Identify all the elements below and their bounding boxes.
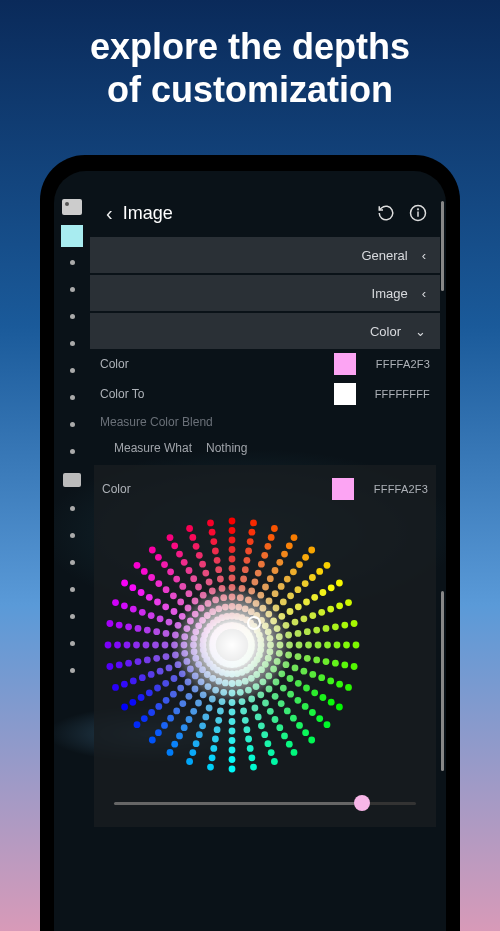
section-general[interactable]: General ‹	[90, 237, 440, 273]
svg-point-223	[278, 583, 285, 590]
svg-point-191	[295, 630, 302, 637]
slider-thumb[interactable]	[354, 795, 370, 811]
svg-point-422	[134, 721, 141, 728]
svg-point-307	[261, 731, 268, 738]
svg-point-278	[163, 697, 170, 704]
layer-dot[interactable]	[70, 506, 75, 511]
svg-point-299	[323, 625, 330, 632]
picker-swatch[interactable]	[332, 478, 354, 500]
svg-point-348	[176, 733, 183, 740]
property-color-to[interactable]: Color To FFFFFFFF	[90, 379, 440, 409]
svg-point-363	[229, 527, 236, 534]
svg-point-288	[186, 567, 193, 574]
svg-point-343	[265, 740, 272, 747]
svg-point-385	[155, 729, 162, 736]
svg-point-293	[261, 552, 268, 559]
svg-point-207	[171, 675, 178, 682]
svg-point-425	[107, 663, 114, 670]
svg-point-260	[295, 586, 302, 593]
svg-point-214	[177, 599, 184, 606]
layer-dot[interactable]	[70, 668, 75, 673]
layer-dot[interactable]	[70, 449, 75, 454]
svg-point-196	[280, 685, 287, 692]
property-label: Measure Color Blend	[100, 415, 213, 429]
svg-point-333	[320, 589, 327, 596]
section-color[interactable]: Color ⌄	[90, 313, 440, 349]
svg-point-283	[144, 627, 151, 634]
svg-point-272	[244, 726, 251, 733]
svg-point-186	[262, 584, 269, 591]
property-color[interactable]: Color FFFFA2F3	[90, 349, 440, 379]
svg-point-344	[247, 745, 254, 752]
image-icon[interactable]	[62, 199, 82, 215]
layer-dot[interactable]	[70, 287, 75, 292]
layer-dot[interactable]	[70, 560, 75, 565]
layer-dot[interactable]	[70, 422, 75, 427]
section-image[interactable]: Image ‹	[90, 275, 440, 311]
reset-button[interactable]	[370, 197, 402, 229]
svg-point-324	[181, 559, 188, 566]
svg-point-302	[318, 674, 325, 681]
svg-point-378	[286, 741, 293, 748]
svg-point-193	[295, 653, 302, 660]
svg-point-197	[272, 693, 279, 700]
svg-point-258	[272, 567, 279, 574]
svg-point-418	[207, 764, 214, 771]
svg-point-233	[278, 700, 285, 707]
svg-point-268	[295, 697, 302, 704]
layer-dot[interactable]	[70, 314, 75, 319]
color-swatch[interactable]	[334, 383, 356, 405]
svg-point-190	[292, 619, 299, 626]
svg-point-269	[284, 708, 291, 715]
svg-point-228	[305, 642, 312, 649]
svg-point-284	[148, 612, 155, 619]
color-wheel[interactable]	[102, 515, 362, 775]
brightness-slider[interactable]	[114, 795, 416, 811]
svg-point-309	[229, 737, 236, 744]
info-button[interactable]	[402, 197, 434, 229]
svg-point-183	[229, 575, 236, 582]
svg-point-338	[327, 678, 334, 685]
property-measure-blend[interactable]: Measure Color Blend	[90, 409, 440, 435]
back-button[interactable]: ‹	[96, 202, 123, 225]
svg-point-429	[121, 580, 128, 587]
selected-layer-swatch[interactable]	[61, 225, 83, 247]
layer-dot[interactable]	[70, 587, 75, 592]
chevron-left-icon: ‹	[422, 286, 426, 301]
svg-point-262	[309, 612, 316, 619]
svg-point-376	[316, 715, 323, 722]
layer-dot[interactable]	[70, 533, 75, 538]
image-icon[interactable]	[63, 473, 81, 487]
layer-dot[interactable]	[70, 614, 75, 619]
layer-dot[interactable]	[70, 341, 75, 346]
property-label: Color To	[100, 387, 326, 401]
color-swatch[interactable]	[334, 353, 356, 375]
svg-point-366	[286, 542, 293, 549]
svg-point-240	[190, 708, 197, 715]
svg-point-399	[229, 518, 236, 525]
svg-point-370	[336, 602, 343, 609]
svg-point-238	[215, 717, 222, 724]
svg-point-263	[313, 627, 320, 634]
layer-dot[interactable]	[70, 368, 75, 373]
svg-point-417	[229, 766, 236, 773]
svg-point-371	[341, 622, 348, 629]
svg-point-188	[280, 599, 287, 606]
panel-header: ‹ Image	[90, 191, 440, 235]
svg-point-276	[186, 716, 193, 723]
svg-point-243	[162, 680, 169, 687]
svg-point-290	[214, 557, 221, 564]
svg-point-215	[186, 590, 193, 597]
svg-point-398	[209, 529, 216, 536]
svg-point-271	[258, 722, 265, 729]
svg-point-361	[193, 543, 200, 550]
svg-point-267	[303, 685, 310, 692]
layer-dot[interactable]	[70, 395, 75, 400]
svg-point-300	[324, 642, 331, 649]
layer-dot[interactable]	[70, 641, 75, 646]
property-measure-what[interactable]: Measure What Nothing	[90, 435, 440, 461]
svg-point-426	[105, 642, 112, 649]
layer-dot[interactable]	[70, 260, 75, 265]
svg-point-369	[328, 584, 335, 591]
svg-point-408	[353, 642, 360, 649]
